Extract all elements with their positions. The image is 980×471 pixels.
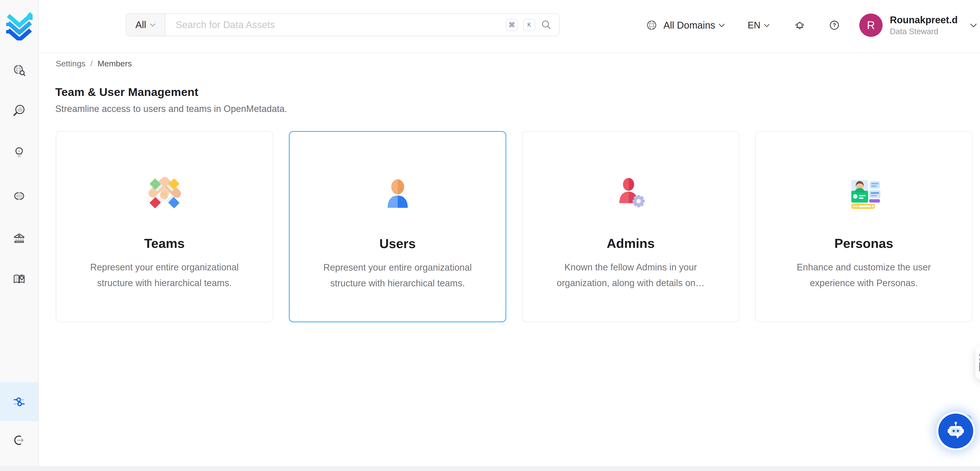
avatar: R bbox=[859, 14, 883, 37]
card-description: Represent your entire organizational str… bbox=[56, 259, 273, 291]
user-name: Rounakpreet.d bbox=[890, 14, 958, 25]
search-scope-label: All bbox=[135, 19, 146, 30]
globe-grid-icon bbox=[12, 189, 26, 203]
domain-selector[interactable]: All Domains bbox=[645, 19, 725, 32]
user-names: Rounakpreet.d Data Steward bbox=[890, 14, 958, 36]
sidebar-item-knowledge[interactable] bbox=[0, 265, 38, 292]
svg-text:?: ? bbox=[833, 22, 836, 28]
user-menu[interactable]: R Rounakpreet.d Data Steward bbox=[859, 14, 978, 37]
sidebar-item-settings[interactable] bbox=[0, 382, 38, 421]
breadcrumb-settings[interactable]: Settings bbox=[56, 59, 86, 68]
teams-hands-icon bbox=[146, 175, 183, 212]
help-button[interactable]: ? bbox=[828, 19, 840, 31]
card-title: Teams bbox=[144, 236, 185, 251]
globe-search-icon bbox=[12, 63, 26, 77]
user-role: Data Steward bbox=[890, 27, 958, 36]
notifications-button[interactable] bbox=[794, 19, 806, 32]
chevron-down-icon bbox=[718, 23, 725, 28]
user-person-icon bbox=[380, 175, 416, 212]
page-title: Team & User Management bbox=[55, 85, 199, 99]
admin-gear-icon bbox=[612, 175, 649, 212]
chevron-down-icon bbox=[150, 23, 156, 27]
k-key-badge: K bbox=[523, 19, 535, 31]
persona-badge-icon bbox=[846, 175, 882, 212]
topbar-right-cluster: All Domains EN bbox=[645, 0, 978, 50]
sliders-icon bbox=[12, 395, 26, 409]
bank-icon bbox=[12, 231, 26, 245]
language-label: EN bbox=[748, 20, 760, 30]
card-users[interactable]: Users Represent your entire organization… bbox=[289, 131, 506, 322]
card-title: Admins bbox=[606, 236, 655, 251]
top-header: All ⌘ K bbox=[39, 0, 980, 53]
bottom-strip bbox=[0, 466, 980, 471]
domain-selector-label: All Domains bbox=[663, 20, 715, 31]
card-teams[interactable]: Teams Represent your entire organization… bbox=[56, 131, 273, 322]
right-edge-widget-handle[interactable] bbox=[975, 346, 980, 379]
breadcrumb: Settings / Members bbox=[56, 59, 132, 68]
logout-arrow-icon bbox=[12, 433, 26, 447]
robot-icon bbox=[945, 421, 966, 441]
card-description: Represent your entire organizational str… bbox=[290, 260, 506, 291]
card-description: Known the fellow Admins in your organiza… bbox=[522, 259, 739, 291]
chat-bot-button[interactable] bbox=[938, 414, 973, 449]
lightbulb-bolt-icon bbox=[12, 145, 26, 159]
breadcrumb-members: Members bbox=[97, 59, 132, 68]
search-input[interactable] bbox=[176, 19, 500, 30]
sidebar-item-logout[interactable] bbox=[0, 427, 38, 453]
open-book-bulb-icon bbox=[12, 271, 26, 285]
page-subtitle: Streamline access to users and teams in … bbox=[55, 104, 287, 114]
sidebar-item-explore[interactable] bbox=[0, 57, 38, 84]
search-scope-dropdown[interactable]: All bbox=[126, 14, 165, 36]
global-search-bar: All ⌘ K bbox=[126, 13, 560, 37]
sidebar-item-domains[interactable] bbox=[0, 183, 38, 209]
card-personas[interactable]: Personas Enhance and customize the user … bbox=[755, 131, 972, 322]
openmetadata-app: All ⌘ K bbox=[0, 0, 980, 471]
language-selector[interactable]: EN bbox=[748, 20, 770, 30]
left-sidebar bbox=[0, 0, 39, 466]
chevron-down-icon bbox=[764, 23, 770, 28]
card-title: Personas bbox=[834, 236, 893, 251]
sidebar-item-insights[interactable] bbox=[0, 138, 38, 165]
openmetadata-logo[interactable] bbox=[5, 10, 34, 40]
sidebar-item-observability[interactable] bbox=[0, 97, 38, 124]
card-title: Users bbox=[379, 236, 415, 251]
search-icon[interactable] bbox=[541, 19, 552, 30]
card-admins[interactable]: Admins Known the fellow Admins in your o… bbox=[522, 131, 739, 322]
help-circle-icon: ? bbox=[828, 19, 840, 31]
chevron-down-icon bbox=[969, 22, 978, 28]
cmd-key-badge: ⌘ bbox=[506, 19, 518, 31]
management-cards: Teams Represent your entire organization… bbox=[56, 131, 972, 322]
globe-icon bbox=[645, 19, 658, 32]
magnifier-chart-icon bbox=[12, 104, 26, 118]
card-description: Enhance and customize the user experienc… bbox=[756, 259, 972, 291]
bell-icon bbox=[794, 19, 806, 32]
search-input-area: ⌘ K bbox=[165, 14, 559, 36]
sidebar-item-governance[interactable] bbox=[0, 224, 38, 251]
breadcrumb-separator: / bbox=[91, 59, 92, 68]
